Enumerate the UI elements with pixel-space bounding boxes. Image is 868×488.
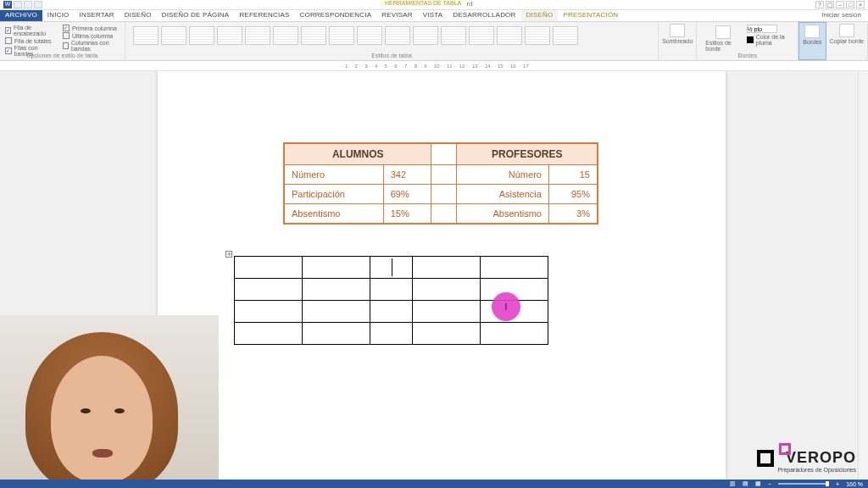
tab-page-layout[interactable]: DISEÑO DE PÁGINA bbox=[157, 9, 235, 21]
shading-button[interactable]: Sombreado bbox=[659, 22, 697, 60]
style-thumb[interactable] bbox=[357, 26, 382, 45]
view-read-mode-icon[interactable]: ▤ bbox=[743, 480, 748, 487]
save-button[interactable] bbox=[14, 1, 22, 8]
title-bar: W TABLA YOUTUBE - Word HERRAMIENTAS DE T… bbox=[0, 0, 868, 10]
cell[interactable] bbox=[481, 323, 548, 345]
cell-label[interactable]: Número bbox=[284, 165, 383, 185]
table-move-handle[interactable]: ✥ bbox=[225, 251, 232, 258]
style-thumb[interactable] bbox=[133, 26, 159, 45]
ribbon-display-button[interactable]: ▢ bbox=[826, 1, 834, 8]
pen-color-button[interactable]: Color de la pluma bbox=[756, 34, 793, 46]
cell-value[interactable]: 95% bbox=[548, 185, 598, 204]
view-print-layout-icon[interactable]: ▥ bbox=[730, 480, 736, 487]
view-web-layout-icon[interactable]: ▦ bbox=[755, 480, 761, 487]
cell[interactable] bbox=[481, 257, 548, 279]
sign-in-link[interactable]: Iniciar sesión bbox=[821, 9, 868, 21]
style-thumb[interactable] bbox=[273, 26, 298, 45]
vertical-scrollbar[interactable] bbox=[858, 71, 868, 480]
minimize-button[interactable]: – bbox=[836, 1, 844, 8]
cell[interactable] bbox=[303, 257, 370, 279]
cell-spacer[interactable] bbox=[431, 185, 457, 204]
style-thumb[interactable] bbox=[525, 26, 550, 45]
tab-mailings[interactable]: CORRESPONDENCIA bbox=[294, 9, 376, 21]
tab-references[interactable]: REFERENCIAS bbox=[234, 9, 294, 21]
cell-label[interactable]: Absentismo bbox=[457, 204, 548, 225]
presenter-face bbox=[51, 356, 153, 480]
horizontal-ruler[interactable]: · · 1 · · 2 · · 3 · · 4 · · 5 · · 6 · · … bbox=[0, 61, 868, 71]
style-thumb[interactable] bbox=[553, 26, 578, 45]
zoom-slider[interactable] bbox=[778, 483, 829, 485]
cell[interactable] bbox=[413, 323, 481, 345]
checkbox-last-column[interactable] bbox=[63, 32, 70, 39]
webcam-overlay bbox=[0, 315, 219, 480]
style-thumb[interactable] bbox=[413, 26, 438, 45]
cell-label[interactable]: Asistencia bbox=[457, 185, 548, 204]
tab-table-layout[interactable]: PRESENTACIÓN bbox=[558, 9, 623, 21]
styled-table[interactable]: ALUMNOS PROFESORES Número 342 Número 15 … bbox=[283, 142, 598, 225]
style-thumb[interactable] bbox=[441, 26, 466, 45]
cell-spacer[interactable] bbox=[431, 204, 457, 225]
cell-label[interactable]: Número bbox=[457, 165, 548, 185]
cell-value[interactable]: 15 bbox=[548, 165, 598, 185]
tab-design-main[interactable]: DISEÑO bbox=[120, 9, 157, 21]
tab-developer[interactable]: DESARROLLADOR bbox=[448, 9, 520, 21]
style-thumb[interactable] bbox=[245, 26, 270, 45]
border-painter-button[interactable]: Copiar borde bbox=[826, 22, 868, 60]
cell[interactable] bbox=[370, 301, 413, 323]
tab-file[interactable]: ARCHIVO bbox=[0, 9, 42, 21]
cell[interactable] bbox=[235, 257, 303, 279]
cell-label[interactable]: Participación bbox=[284, 185, 383, 204]
tab-view[interactable]: VISTA bbox=[418, 9, 448, 21]
cell-value[interactable]: 69% bbox=[383, 185, 431, 204]
cell[interactable] bbox=[235, 323, 303, 345]
logo-square-pink-icon bbox=[779, 443, 791, 455]
page[interactable]: ALUMNOS PROFESORES Número 342 Número 15 … bbox=[158, 71, 726, 480]
cell-value[interactable]: 342 bbox=[383, 165, 431, 185]
cell-spacer[interactable] bbox=[431, 165, 457, 185]
border-styles-icon bbox=[715, 25, 731, 39]
zoom-out-button[interactable]: − bbox=[768, 481, 771, 487]
cell[interactable] bbox=[413, 279, 481, 301]
style-thumb[interactable] bbox=[469, 26, 494, 45]
style-thumb[interactable] bbox=[189, 26, 214, 45]
tab-home[interactable]: INICIO bbox=[42, 9, 75, 21]
checkbox-header-row[interactable]: ✓ bbox=[5, 27, 11, 34]
zoom-in-button[interactable]: + bbox=[836, 481, 839, 487]
tab-table-design[interactable]: DISEÑO bbox=[521, 9, 559, 21]
cell[interactable] bbox=[235, 301, 303, 323]
cell-value[interactable]: 3% bbox=[548, 204, 598, 225]
style-thumb[interactable] bbox=[497, 26, 522, 45]
tab-review[interactable]: REVISAR bbox=[376, 9, 418, 21]
pen-weight-input[interactable] bbox=[747, 25, 777, 33]
cell[interactable] bbox=[235, 279, 303, 301]
cell[interactable] bbox=[303, 301, 370, 323]
cell[interactable] bbox=[303, 279, 370, 301]
maximize-button[interactable]: □ bbox=[846, 1, 854, 8]
cell[interactable] bbox=[370, 323, 413, 345]
cell-value[interactable]: 15% bbox=[383, 204, 431, 225]
borders-button[interactable]: Bordes bbox=[798, 22, 826, 60]
cell[interactable] bbox=[413, 301, 481, 323]
cell[interactable] bbox=[413, 257, 481, 279]
style-thumb[interactable] bbox=[301, 26, 326, 45]
style-thumb[interactable] bbox=[385, 26, 410, 45]
zoom-level[interactable]: 160 % bbox=[846, 481, 863, 487]
redo-button[interactable] bbox=[34, 1, 42, 8]
border-styles-button[interactable]: Estilos de borde bbox=[702, 24, 743, 53]
style-thumb[interactable] bbox=[329, 26, 354, 45]
style-thumb[interactable] bbox=[161, 26, 186, 45]
checkbox-banded-columns[interactable] bbox=[63, 42, 69, 49]
cell[interactable] bbox=[370, 257, 413, 279]
ribbon: ✓Fila de encabezado Fila de totales ✓Fil… bbox=[0, 22, 868, 61]
undo-button[interactable] bbox=[24, 1, 32, 8]
tab-insert[interactable]: INSERTAR bbox=[75, 9, 120, 21]
help-button[interactable]: ? bbox=[815, 1, 824, 8]
cell-label[interactable]: Absentismo bbox=[284, 204, 383, 225]
checkbox-total-row[interactable] bbox=[5, 37, 12, 44]
cell[interactable] bbox=[370, 279, 413, 301]
style-thumb[interactable] bbox=[217, 26, 242, 45]
ribbon-tabs: ARCHIVO INICIO INSERTAR DISEÑO DISEÑO DE… bbox=[0, 10, 868, 22]
cell[interactable] bbox=[303, 323, 370, 345]
checkbox-first-column[interactable]: ✓ bbox=[63, 25, 70, 31]
close-button[interactable]: × bbox=[856, 1, 865, 8]
